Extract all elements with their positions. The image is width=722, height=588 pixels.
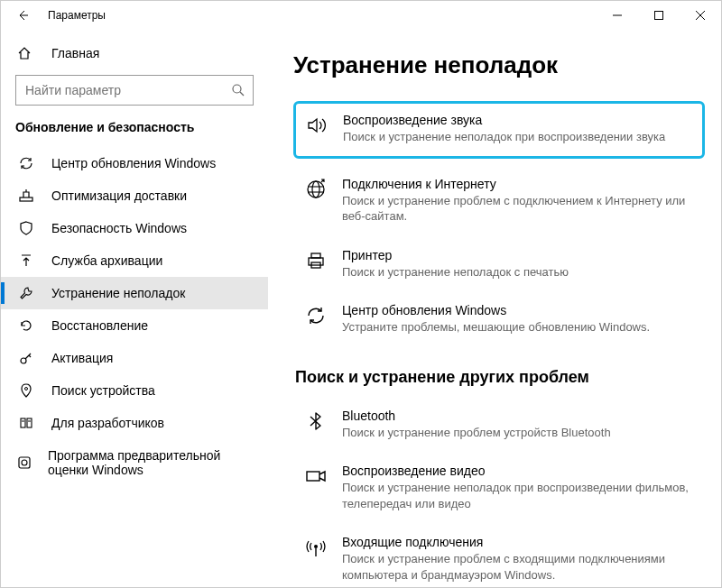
- home-nav[interactable]: Главная: [1, 39, 268, 68]
- wrench-icon: [17, 286, 35, 300]
- svg-point-17: [312, 181, 319, 198]
- svg-rect-14: [19, 457, 30, 468]
- home-icon: [17, 46, 35, 60]
- close-button[interactable]: [680, 1, 721, 30]
- sidebar-item-label: Активация: [51, 351, 113, 365]
- key-icon: [17, 351, 35, 365]
- delivery-icon: [17, 188, 35, 203]
- sidebar-item-label: Программа предварительной оценки Windows: [48, 448, 254, 477]
- sidebar-item-label: Центр обновления Windows: [51, 156, 216, 170]
- troubleshoot-title: Входящие подключения: [342, 535, 696, 549]
- sidebar-item-security[interactable]: Безопасность Windows: [1, 212, 268, 244]
- window-title: Параметры: [48, 9, 597, 22]
- recovery-icon: [17, 318, 35, 333]
- troubleshoot-desc: Поиск и устранение неполадок с печатью: [342, 264, 696, 280]
- svg-rect-10: [21, 418, 25, 427]
- shield-icon: [17, 221, 35, 235]
- svg-rect-23: [307, 472, 319, 481]
- video-icon: [302, 464, 329, 487]
- developer-icon: [17, 416, 35, 430]
- sidebar-item-label: Служба архивации: [51, 253, 162, 268]
- sidebar-item-developers[interactable]: Для разработчиков: [1, 407, 268, 439]
- svg-point-9: [25, 388, 28, 390]
- sidebar: Главная Обновление и безопасность Центр …: [1, 30, 268, 587]
- troubleshoot-title: Воспроизведение звука: [343, 113, 693, 127]
- section-title: Обновление и безопасность: [1, 118, 268, 147]
- sidebar-item-backup[interactable]: Служба архивации: [1, 244, 268, 277]
- troubleshoot-item-incoming[interactable]: Входящие подключения Поиск и устранение …: [293, 526, 705, 587]
- troubleshoot-item-audio[interactable]: Воспроизведение звука Поиск и устранение…: [293, 101, 705, 159]
- svg-point-15: [22, 460, 27, 465]
- window-controls: [597, 1, 721, 30]
- svg-line-6: [240, 92, 244, 96]
- troubleshoot-desc: Устраните проблемы, мешающие обновлению …: [342, 319, 696, 335]
- titlebar: Параметры: [1, 1, 721, 30]
- troubleshoot-desc: Поиск и устранение неполадок при воспрои…: [342, 480, 696, 511]
- printer-icon: [302, 248, 329, 271]
- troubleshoot-item-video[interactable]: Воспроизведение видео Поиск и устранение…: [293, 455, 705, 522]
- backup-icon: [17, 253, 35, 268]
- main-content: Устранение неполадок Воспроизведение зву…: [268, 30, 721, 587]
- search-icon: [231, 83, 245, 97]
- sidebar-item-label: Безопасность Windows: [51, 221, 187, 235]
- page-title: Устранение неполадок: [293, 51, 705, 79]
- sidebar-item-find-device[interactable]: Поиск устройства: [1, 374, 268, 407]
- svg-point-24: [314, 545, 318, 548]
- sidebar-item-delivery-optimization[interactable]: Оптимизация доставки: [1, 179, 268, 212]
- troubleshoot-desc: Поиск и устранение неполадок при воспрои…: [343, 129, 693, 145]
- svg-rect-2: [655, 12, 663, 20]
- sidebar-item-troubleshoot[interactable]: Устранение неполадок: [1, 277, 268, 309]
- troubleshoot-desc: Поиск и устранение проблем с входящими п…: [342, 551, 696, 583]
- svg-rect-21: [311, 253, 320, 258]
- troubleshoot-desc: Поиск и устранение проблем с подключение…: [342, 193, 696, 225]
- search-input[interactable]: [25, 83, 231, 97]
- troubleshoot-item-update[interactable]: Центр обновления Windows Устраните пробл…: [293, 294, 705, 346]
- bluetooth-icon: [302, 409, 329, 432]
- antenna-icon: [302, 535, 329, 558]
- insider-icon: [17, 455, 32, 470]
- sidebar-item-label: Восстановление: [51, 318, 148, 333]
- sidebar-item-label: Устранение неполадок: [51, 286, 185, 300]
- sidebar-item-label: Поиск устройства: [51, 383, 155, 398]
- troubleshoot-title: Воспроизведение видео: [342, 464, 696, 478]
- troubleshoot-desc: Поиск и устранение проблем устройств Blu…: [342, 425, 696, 441]
- troubleshoot-item-bluetooth[interactable]: Bluetooth Поиск и устранение проблем уст…: [293, 400, 705, 452]
- home-label: Главная: [51, 46, 99, 60]
- sidebar-item-label: Оптимизация доставки: [51, 188, 187, 203]
- sidebar-item-windows-update[interactable]: Центр обновления Windows: [1, 147, 268, 179]
- troubleshoot-title: Подключения к Интернету: [342, 177, 696, 191]
- troubleshoot-title: Принтер: [342, 248, 696, 262]
- sidebar-item-activation[interactable]: Активация: [1, 342, 268, 374]
- sidebar-item-label: Для разработчиков: [51, 416, 164, 430]
- maximize-button[interactable]: [638, 1, 680, 30]
- svg-point-16: [308, 181, 324, 198]
- minimize-button[interactable]: [597, 1, 638, 30]
- speaker-icon: [303, 113, 330, 136]
- troubleshoot-title: Bluetooth: [342, 409, 696, 423]
- sync-icon: [17, 156, 35, 170]
- sync-icon: [302, 303, 329, 326]
- globe-icon: [302, 177, 329, 200]
- sidebar-item-recovery[interactable]: Восстановление: [1, 309, 268, 342]
- location-icon: [17, 383, 35, 398]
- svg-point-5: [233, 85, 241, 93]
- troubleshoot-title: Центр обновления Windows: [342, 303, 696, 317]
- troubleshoot-item-printer[interactable]: Принтер Поиск и устранение неполадок с п…: [293, 239, 705, 291]
- svg-rect-7: [20, 198, 32, 201]
- troubleshoot-item-internet[interactable]: Подключения к Интернету Поиск и устранен…: [293, 168, 705, 235]
- svg-rect-11: [27, 418, 32, 427]
- subsection-title: Поиск и устранение других проблем: [295, 368, 705, 387]
- search-box[interactable]: [15, 75, 254, 106]
- sidebar-item-insider[interactable]: Программа предварительной оценки Windows: [1, 439, 268, 486]
- back-button[interactable]: [14, 6, 32, 24]
